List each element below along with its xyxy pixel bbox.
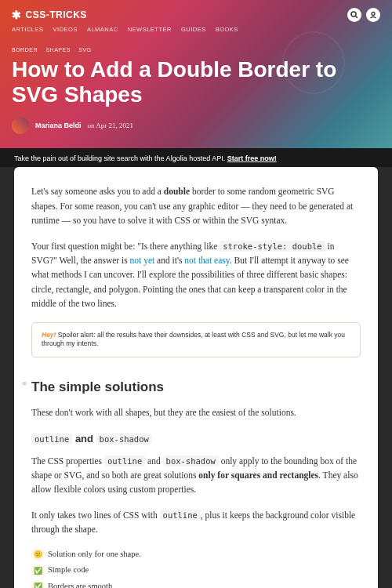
nav-almanac[interactable]: ALMANAC: [87, 26, 118, 33]
svg-point-2: [372, 13, 375, 16]
list-item: 😕Solution only for one shape.: [31, 548, 361, 561]
site-logo[interactable]: ✱ CSS-TRICKS: [12, 9, 87, 21]
logo-star-icon: ✱: [12, 9, 22, 21]
promo-text: Take the pain out of building site searc…: [14, 154, 227, 162]
page-title: How to Add a Double Border to SVG Shapes: [12, 57, 380, 107]
spoiler-callout: Hey! Spoiler alert: all the results have…: [31, 322, 361, 358]
nav-guides[interactable]: GUIDES: [181, 26, 206, 33]
nav-newsletter[interactable]: NEWSLETTER: [128, 26, 172, 33]
feature-list: 😕Solution only for one shape. ✅Simple co…: [31, 548, 361, 588]
h2-subtitle: These don't work with all shapes, but th…: [31, 405, 361, 419]
anchor-icon[interactable]: ⚭: [20, 376, 28, 391]
list-item: ✅Simple code: [31, 564, 361, 577]
pill-icon: 😕: [31, 549, 45, 560]
svg-point-0: [351, 12, 356, 16]
section-p2: It only takes two lines of CSS with outl…: [31, 508, 361, 537]
promo-cta[interactable]: Start free now!: [227, 154, 277, 162]
logo-text: CSS-TRICKS: [26, 9, 87, 20]
avatar[interactable]: [12, 117, 29, 134]
nav-articles[interactable]: ARTICLES: [12, 26, 44, 33]
publish-date: on Apr 21, 2021: [88, 122, 134, 129]
nav-books[interactable]: BOOKS: [216, 26, 238, 33]
intro-p1: Let's say someone asks you to add a doub…: [31, 184, 361, 227]
list-item: ✅Borders are smooth: [31, 580, 361, 588]
link-not-easy[interactable]: not that easy: [184, 256, 229, 265]
breadcrumb: BORDER SHAPES SVG: [12, 47, 380, 53]
byline: Mariana Beldi on Apr 21, 2021: [12, 117, 380, 134]
pill-icon: ✅: [31, 565, 45, 576]
crumb-shapes[interactable]: SHAPES: [45, 47, 70, 53]
intro-p2: Your first question might be: "Is there …: [31, 239, 361, 311]
link-not-yet[interactable]: not yet: [130, 256, 155, 265]
heading-simple-solutions: ⚭The simple solutions: [31, 376, 361, 397]
pill-icon: ✅: [31, 581, 45, 588]
svg-line-1: [356, 16, 358, 19]
callout-hey: Hey!: [42, 331, 56, 339]
author-name[interactable]: Mariana Beldi: [35, 122, 82, 129]
callout-text: Spoiler alert: all the results have thei…: [42, 331, 345, 348]
promo-banner[interactable]: Take the pain out of building site searc…: [0, 148, 392, 169]
main-nav: ARTICLES VIDEOS ALMANAC NEWSLETTER GUIDE…: [12, 26, 380, 33]
article-body: Let's say someone asks you to add a doub…: [14, 167, 378, 588]
search-icon[interactable]: [347, 8, 361, 22]
section-p1: The CSS properties outline and box-shado…: [31, 454, 361, 497]
nav-videos[interactable]: VIDEOS: [53, 26, 78, 33]
user-icon[interactable]: [366, 8, 380, 22]
crumb-svg[interactable]: SVG: [78, 47, 91, 53]
heading-outline-boxshadow: ⚭outline and box-shadow: [31, 431, 361, 448]
crumb-border[interactable]: BORDER: [12, 47, 38, 53]
